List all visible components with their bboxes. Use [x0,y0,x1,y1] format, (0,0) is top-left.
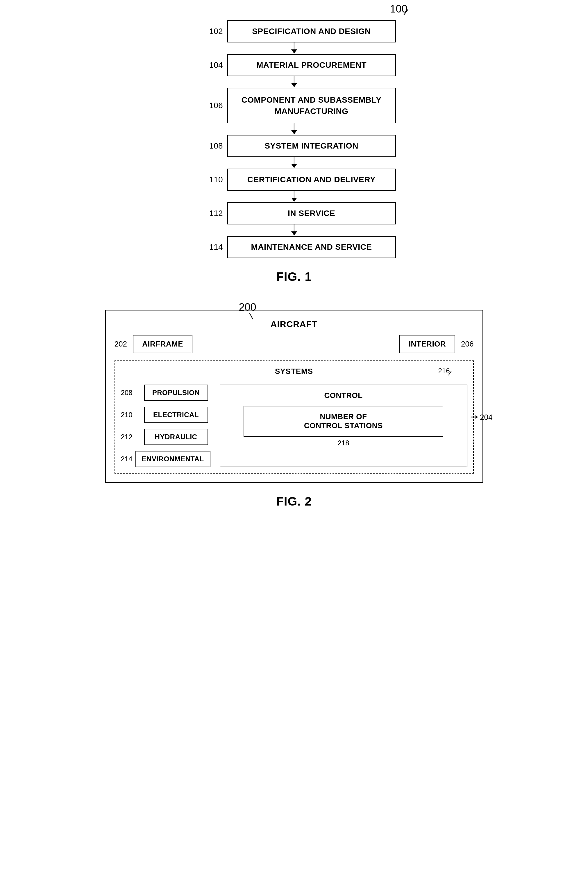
hydraulic-ref: 212 [121,433,141,441]
environmental-row: 214 ENVIRONMENTAL [121,451,208,467]
left-systems: 208 PROPULSION 210 ELECTRICAL 212 HYDRAU… [121,385,208,467]
arrow-5 [192,191,396,202]
hydraulic-row: 212 HYDRAULIC [121,429,208,445]
step-102-box: SPECIFICATION AND DESIGN [227,20,396,42]
step-108-box: SYSTEM INTEGRATION [227,135,396,157]
electrical-ref: 210 [121,411,141,419]
svg-marker-4 [476,416,478,419]
step-106-id: 106 [192,101,227,110]
systems-204-ref: 204 [480,412,492,422]
control-inner-ref: 218 [338,439,349,447]
flow-step-112: 112 IN SERVICE [192,202,396,224]
propulsion-box: PROPULSION [144,385,208,401]
arrow-1 [192,42,396,54]
control-stations-box: NUMBER OFCONTROL STATIONS [244,406,443,436]
environmental-box: ENVIRONMENTAL [135,451,210,467]
flow-step-108: 108 SYSTEM INTEGRATION [192,135,396,157]
step-102-id: 102 [192,27,227,36]
systems-inner: 208 PROPULSION 210 ELECTRICAL 212 HYDRAU… [121,385,467,467]
flow-step-106: 106 COMPONENT AND SUBASSEMBLYMANUFACTURI… [192,88,396,123]
aircraft-diagram: AIRCRAFT 202 AIRFRAME INTERIOR 206 SYSTE… [105,310,483,483]
flow-step-110: 110 CERTIFICATION AND DELIVERY [192,169,396,191]
flow-step-104: 104 MATERIAL PROCUREMENT [192,54,396,76]
flow-step-114: 114 MAINTENANCE AND SERVICE [192,236,396,258]
flowchart: 102 SPECIFICATION AND DESIGN 104 MATERIA… [192,20,396,258]
propulsion-row: 208 PROPULSION [121,385,208,401]
electrical-box: ELECTRICAL [144,407,208,423]
step-112-id: 112 [192,209,227,218]
interior-box: INTERIOR [399,335,455,353]
flow-step-102: 102 SPECIFICATION AND DESIGN [192,20,396,42]
step-104-box: MATERIAL PROCUREMENT [227,54,396,76]
airframe-ref-label: 202 [114,339,127,348]
interior-ref-label: 206 [461,339,474,348]
arrow-2 [192,76,396,88]
propulsion-ref: 208 [121,388,141,397]
step-104-id: 104 [192,60,227,70]
systems-label: SYSTEMS [275,367,313,376]
aircraft-title: AIRCRAFT [114,319,474,329]
arrow-4 [192,157,396,169]
step-110-id: 110 [192,175,227,184]
systems-box: SYSTEMS 216 208 PROPULSION 210 [114,360,474,474]
electrical-row: 210 ELECTRICAL [121,407,208,423]
fig2-caption: FIG. 2 [276,495,312,508]
fig1-section: 100 102 SPECIFICATION AND DESIGN 104 MAT… [12,18,576,284]
svg-line-0 [404,9,408,15]
arrow-6 [192,224,396,236]
environmental-ref: 214 [121,455,132,463]
fig2-section: 200 AIRCRAFT 202 AIRFRAME INTERIOR 206 S… [12,307,576,508]
step-108-id: 108 [192,141,227,151]
step-106-box: COMPONENT AND SUBASSEMBLYMANUFACTURING [227,88,396,123]
control-outer-box: CONTROL NUMBER OFCONTROL STATIONS 218 [220,385,467,467]
control-stations-label: NUMBER OFCONTROL STATIONS [304,412,383,430]
hydraulic-box: HYDRAULIC [144,429,208,445]
control-title: CONTROL [324,391,363,400]
arrow-3 [192,123,396,135]
svg-line-2 [448,371,452,375]
step-110-box: CERTIFICATION AND DELIVERY [227,169,396,191]
step-114-box: MAINTENANCE AND SERVICE [227,236,396,258]
step-112-box: IN SERVICE [227,202,396,224]
airframe-box: AIRFRAME [133,335,192,353]
fig1-caption: FIG. 1 [276,270,312,284]
step-114-id: 114 [192,243,227,252]
